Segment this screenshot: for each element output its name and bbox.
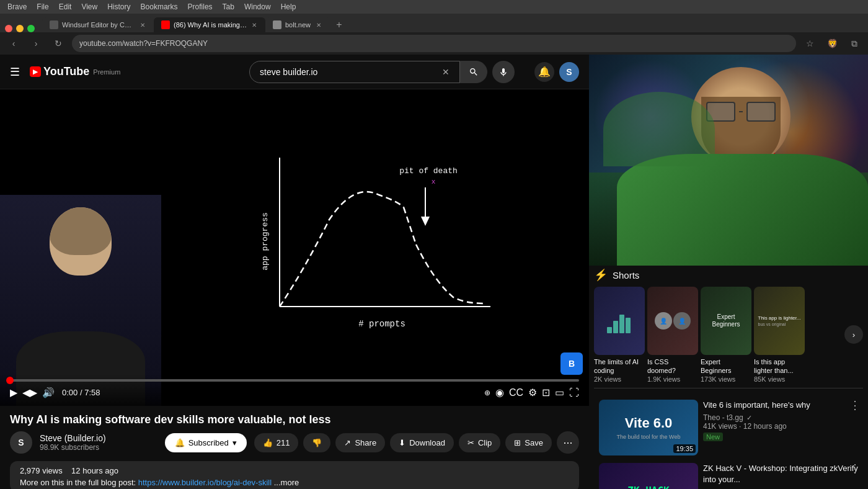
svg-rect-10 [613, 321, 618, 333]
traffic-light-minimize[interactable] [16, 25, 24, 32]
shorts-row: The limits of AI coding 2K views 👤 👤 Is … [594, 287, 863, 383]
desc-link[interactable]: https://www.builder.io/blog/ai-dev-skill [138, 478, 272, 487]
theater-button[interactable]: ▭ [555, 387, 564, 398]
menu-view[interactable]: View [81, 2, 97, 11]
save-button[interactable]: ⊞ Save [505, 433, 552, 452]
svg-text:app progress: app progress [260, 212, 270, 271]
desc-prefix: More on this in the full blog post: [20, 478, 138, 487]
video-title: Why AI is making software dev skills mor… [10, 413, 579, 426]
channel-name[interactable]: Steve (Builder.io) [40, 433, 157, 443]
new-tab-button[interactable]: + [330, 17, 348, 32]
youtube-logo[interactable]: ▶ YouTube Premium [30, 65, 120, 78]
rec-video-0[interactable]: Vite 6.0 The build tool for the Web 19:3… [594, 396, 863, 459]
rec-meta-0: 41K views · 12 hours ago [703, 422, 858, 431]
menu-window[interactable]: Window [244, 2, 271, 11]
dislike-button[interactable]: 👎 [303, 433, 330, 452]
search-button[interactable] [460, 61, 487, 83]
reload-button[interactable]: ↻ [50, 35, 67, 52]
browser-tab-windsurf[interactable]: Windsurf Editor by Codeium ✕ [42, 17, 154, 32]
right-panel: ⚡ Shorts The limits of AI coding 2K view… [589, 55, 868, 489]
like-button[interactable]: 👍 211 [254, 433, 299, 452]
forward-button[interactable]: › [27, 35, 45, 52]
browser-tab-bolt[interactable]: bolt.new ✕ [265, 17, 330, 32]
settings-button[interactable]: ⚙ [528, 387, 537, 398]
bookmark-button[interactable]: ☆ [801, 35, 818, 52]
captions-button[interactable]: CC [509, 387, 523, 398]
more-actions-button[interactable]: ··· [557, 431, 579, 454]
tab-close-windsurf[interactable]: ✕ [139, 20, 146, 29]
tab-close-bolt[interactable]: ✕ [314, 20, 323, 29]
youtube-premium-text: Premium [93, 68, 120, 76]
menu-hamburger-icon[interactable]: ☰ [10, 65, 20, 79]
menu-file[interactable]: File [37, 2, 48, 11]
fullscreen-button[interactable]: ⛶ [569, 387, 579, 398]
address-bar[interactable]: youtube.com/watch?v=FKFROQGANY [72, 35, 796, 52]
tab-close-youtube[interactable]: ✕ [251, 20, 259, 29]
search-clear-icon[interactable]: ✕ [442, 67, 450, 77]
download-button[interactable]: ⬇ Download [390, 433, 454, 452]
menu-profiles[interactable]: Profiles [188, 2, 213, 11]
miniplayer-button[interactable]: ⊡ [542, 387, 550, 398]
notifications-button[interactable]: 🔔 [534, 62, 554, 82]
browser-tab-youtube[interactable]: (86) Why AI is making softw... ✕ [154, 17, 265, 32]
menu-history[interactable]: History [107, 2, 130, 11]
browser-nav-bar: ‹ › ↻ youtube.com/watch?v=FKFROQGANY ☆ 🦁… [0, 32, 868, 55]
ambient-button[interactable]: ◉ [495, 387, 504, 398]
user-avatar[interactable]: S [559, 62, 579, 82]
shorts-next-button[interactable]: › [844, 325, 863, 344]
desc-text: More on this in the full blog post: http… [20, 478, 569, 487]
short-card-3[interactable]: This app is lighter... bus vs original I… [754, 287, 805, 383]
menu-help[interactable]: Help [281, 2, 296, 11]
traffic-light-maximize[interactable] [27, 25, 35, 32]
share-button[interactable]: ↗ Share [335, 433, 385, 452]
video-thumbnail: app progress # prompts pit of death x [0, 89, 589, 406]
short-thumbnail-0 [594, 287, 645, 355]
menu-bookmarks[interactable]: Bookmarks [141, 2, 178, 11]
time-display: 0:00 / 7:58 [62, 388, 100, 397]
autoplay-button[interactable]: ⊕ [484, 388, 490, 397]
extensions-button[interactable]: ⧉ [846, 35, 863, 52]
desc-more[interactable]: ...more [274, 478, 299, 487]
menu-tab[interactable]: Tab [223, 2, 234, 11]
rec-video-1[interactable]: ZK HACK 1:36:37 ZK Hack V - Workshop: In… [594, 459, 863, 489]
menu-brave[interactable]: Brave [7, 2, 27, 11]
traffic-light-close[interactable] [5, 25, 12, 32]
controls-row: ▶ ◀▶ 🔊 0:00 / 7:58 ⊕ ◉ CC ⚙ ⊡ ▭ [10, 387, 579, 398]
brave-shield[interactable]: 🦁 [823, 35, 841, 52]
video-area: app progress # prompts pit of death x [0, 89, 589, 406]
short-thumbnail-2: Expert Beginners [701, 287, 751, 355]
rec-thumbnail-1: ZK HACK 1:36:37 [599, 463, 698, 489]
current-time: 0:00 [62, 388, 78, 397]
video-controls: ▶ ◀▶ 🔊 0:00 / 7:58 ⊕ ◉ CC ⚙ ⊡ ▭ [0, 374, 589, 406]
clip-icon: ✂ [467, 438, 474, 447]
channel-subs: 98.9K subscribers [40, 443, 157, 452]
recommended-videos: Vite 6.0 The build tool for the Web 19:3… [589, 391, 868, 489]
back-button[interactable]: ‹ [5, 35, 22, 52]
search-input[interactable] [260, 67, 442, 77]
share-icon: ↗ [344, 438, 351, 447]
short-card-2[interactable]: Expert Beginners Expert Beginners 173K v… [701, 287, 751, 383]
new-badge-0: New [703, 433, 723, 441]
voice-search-button[interactable] [492, 61, 515, 83]
short-title-1: Is CSS doomed? [647, 357, 698, 375]
rec-more-button-0[interactable]: ⋮ [849, 398, 861, 412]
channel-avatar[interactable]: S [10, 431, 32, 454]
dropdown-icon: ▾ [232, 438, 237, 447]
subscribed-button[interactable]: 🔔 Subscribed ▾ [165, 433, 247, 452]
builder-watermark: B [560, 352, 583, 375]
svg-text:# prompts: # prompts [358, 319, 405, 329]
rec-more-button-1[interactable]: ⋮ [849, 462, 861, 475]
short-card-0[interactable]: The limits of AI coding 2K views [594, 287, 645, 383]
streamer-camera [589, 55, 868, 266]
short-views-3: 85K views [754, 375, 805, 383]
progress-bar[interactable] [10, 379, 579, 382]
volume-button[interactable]: 🔊 [42, 387, 55, 398]
youtube-header: ☰ ▶ YouTube Premium ✕ 🔔 [0, 55, 589, 89]
play-button[interactable]: ▶ [10, 387, 17, 398]
short-title-2: Expert Beginners [701, 357, 751, 375]
next-button[interactable]: ◀▶ [22, 387, 37, 398]
short-thumbnail-3: This app is lighter... bus vs original [754, 287, 805, 355]
short-card-1[interactable]: 👤 👤 Is CSS doomed? 1.9K views [647, 287, 698, 383]
menu-edit[interactable]: Edit [59, 2, 72, 11]
clip-button[interactable]: ✂ Clip [459, 433, 500, 452]
